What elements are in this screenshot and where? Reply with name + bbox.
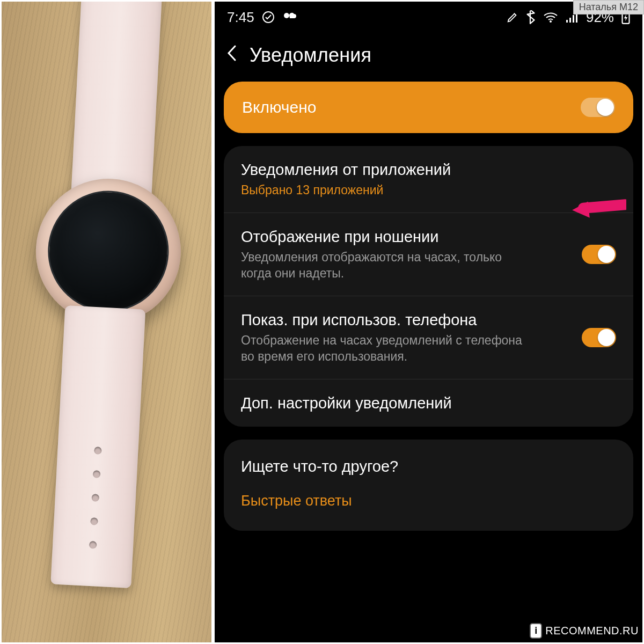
frame-border (0, 0, 644, 2)
band-holes (88, 447, 101, 565)
clock: 7:45 (227, 9, 254, 26)
watermark-badge: i (530, 623, 542, 639)
back-icon[interactable] (226, 44, 238, 67)
bluetooth-icon (526, 10, 536, 24)
other-section: Ищете что-то другое? Быстрые ответы (224, 440, 633, 531)
svg-point-1 (284, 13, 289, 18)
enabled-label: Включено (242, 98, 316, 116)
master-toggle[interactable] (581, 98, 615, 117)
master-enabled-card[interactable]: Включено (224, 82, 633, 133)
advanced-row[interactable]: Доп. настройки уведомлений (224, 379, 633, 427)
watch-band-top (70, 0, 163, 202)
phone-use-title: Показ. при использов. телефона (241, 310, 533, 330)
svg-point-2 (550, 20, 552, 23)
other-title: Ищете что-то другое? (241, 458, 616, 475)
app-notifications-subtitle: Выбрано 13 приложений (241, 182, 568, 199)
svg-rect-5 (573, 15, 574, 23)
frame-divider (211, 0, 215, 644)
weather-icon (282, 11, 296, 24)
annotation-arrow-icon (567, 178, 626, 239)
wear-display-toggle[interactable] (582, 245, 616, 264)
watermark-site: RECOMMEND.RU (545, 625, 639, 637)
app-notifications-title: Уведомления от приложений (241, 160, 568, 179)
phone-use-toggle[interactable] (582, 328, 616, 347)
phone-use-subtitle: Отображение на часах уведомлений с телеф… (241, 333, 533, 365)
wifi-icon (543, 11, 558, 23)
quick-replies-link[interactable]: Быстрые ответы (241, 493, 616, 509)
nav-header: Уведомления (213, 34, 644, 82)
smartwatch (21, 0, 192, 579)
product-photo (0, 0, 213, 644)
frame-border (0, 0, 2, 644)
phone-use-row[interactable]: Показ. при использов. телефона Отображен… (224, 296, 633, 379)
site-watermark: i RECOMMEND.RU (530, 623, 639, 639)
check-icon (262, 11, 275, 24)
svg-rect-4 (569, 18, 571, 23)
wear-display-title: Отображение при ношении (241, 227, 533, 246)
svg-rect-3 (566, 20, 568, 23)
watch-band-bottom (50, 305, 145, 588)
edit-icon (507, 11, 518, 23)
watch-face (45, 188, 171, 314)
author-tag: Наталья М12 (573, 0, 644, 14)
wear-display-subtitle: Уведомления отображаются на часах, тольк… (241, 250, 533, 282)
advanced-title: Доп. настройки уведомлений (241, 393, 568, 413)
page-title: Уведомления (250, 44, 371, 67)
phone-screenshot: 7:45 92% (213, 0, 644, 644)
watch-bezel (32, 175, 184, 327)
